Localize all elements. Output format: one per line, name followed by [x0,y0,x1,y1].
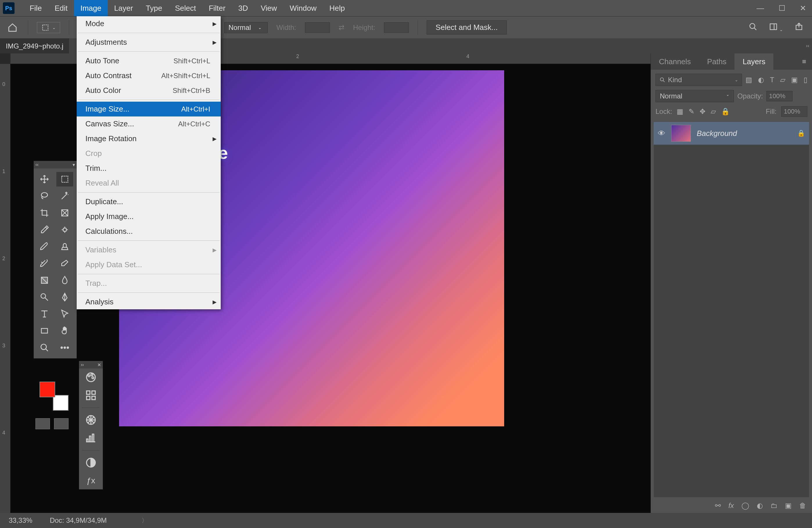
quickmask-button[interactable] [35,418,50,429]
path-select-tool[interactable] [56,307,73,321]
tab-overflow-icon[interactable]: ›› [806,43,809,48]
menu-window[interactable]: Window [284,0,323,16]
lock-paint-icon[interactable]: ✎ [688,107,694,116]
dodge-tool[interactable] [36,290,53,304]
blend-mode-select[interactable]: Normal⌄ [655,90,734,102]
menu-select[interactable]: Select [169,0,202,16]
group-icon[interactable]: 🗀 [770,502,778,510]
menu-item-duplicate[interactable]: Duplicate... [77,194,221,209]
healing-brush-tool[interactable] [56,222,73,237]
color-swatches[interactable] [40,382,69,411]
menu-item-image-rotation[interactable]: Image Rotation▶ [77,131,221,146]
history-brush-tool[interactable] [36,256,53,271]
menu-item-calculations[interactable]: Calculations... [77,224,221,239]
gradient-tool[interactable] [36,273,53,288]
marquee-tool[interactable] [56,172,73,187]
rectangle-tool[interactable] [36,324,53,338]
menu-item-auto-contrast[interactable]: Auto ContrastAlt+Shift+Ctrl+L [77,68,221,83]
adjustments-panel-icon[interactable] [85,457,97,468]
layer-thumbnail[interactable] [671,125,691,142]
width-input[interactable] [305,23,330,33]
navigator-panel-icon[interactable] [85,414,97,426]
ruler-vertical[interactable]: 0 1 2 3 4 [0,64,11,513]
workspace-picker[interactable]: ⌄ [769,23,783,33]
mini-panel-collapse[interactable]: ››✕ [79,361,103,369]
layer-row[interactable]: 👁 Background 🔒 [654,122,809,145]
pen-tool[interactable] [56,290,73,304]
eraser-tool[interactable] [56,256,73,271]
panel-menu-icon[interactable]: ≡ [796,54,812,70]
lock-all-icon[interactable]: 🔒 [721,107,730,116]
visibility-toggle-icon[interactable]: 👁 [658,129,665,138]
foreground-color-swatch[interactable] [40,382,55,397]
histogram-panel-icon[interactable] [85,432,97,444]
hand-tool[interactable] [56,324,73,338]
doc-size[interactable]: Doc: 34,9M/34,9M [50,516,106,525]
swap-dims-icon[interactable]: ⇄ [339,24,345,32]
zoom-level[interactable]: 33,33% [9,516,32,525]
layer-kind-filter[interactable]: Kind ⌄ [655,74,742,86]
tab-layers[interactable]: Layers [735,54,773,70]
filter-toggle-icon[interactable]: ▯ [803,76,807,84]
new-layer-icon[interactable]: ▣ [785,502,792,510]
lock-artboard-icon[interactable]: ▱ [711,107,716,116]
frame-tool[interactable] [56,206,73,220]
blur-tool[interactable] [56,273,73,288]
minimize-button[interactable]: — [756,4,764,13]
menu-file[interactable]: File [23,0,48,16]
menu-item-adjustments[interactable]: Adjustments▶ [77,35,221,50]
brush-tool[interactable] [36,239,53,254]
layer-name[interactable]: Background [697,129,792,138]
filter-smart-icon[interactable]: ▣ [791,76,798,84]
layer-mask-icon[interactable]: ◯ [741,502,749,510]
menu-filter[interactable]: Filter [202,0,232,16]
menu-item-canvas-size[interactable]: Canvas Size...Alt+Ctrl+C [77,116,221,131]
menu-item-trim[interactable]: Trim... [77,161,221,176]
menu-layer[interactable]: Layer [108,0,140,16]
layer-lock-icon[interactable]: 🔒 [797,130,805,137]
select-and-mask-button[interactable]: Select and Mask... [426,20,507,34]
menu-view[interactable]: View [255,0,284,16]
link-layers-icon[interactable]: ⚯ [715,502,721,510]
toolbox-collapse[interactable]: ‹‹▾ [34,161,77,168]
clone-stamp-tool[interactable] [56,239,73,254]
filter-type-icon[interactable]: T [770,76,774,84]
screenmode-button[interactable] [54,418,69,429]
eyedropper-tool[interactable] [36,222,53,237]
background-color-swatch[interactable] [53,395,69,411]
crop-tool[interactable] [36,206,53,220]
lock-transparency-icon[interactable]: ▦ [677,107,683,116]
maximize-button[interactable]: ☐ [779,4,785,13]
tab-channels[interactable]: Channels [651,54,699,70]
style-select[interactable]: Normal⌄ [224,22,268,33]
fill-input[interactable]: 100% [781,106,807,117]
search-icon[interactable] [749,23,757,33]
type-tool[interactable] [36,307,53,321]
filter-adjust-icon[interactable]: ◐ [758,76,764,84]
lock-position-icon[interactable]: ✥ [700,107,706,116]
menu-item-apply-image[interactable]: Apply Image... [77,209,221,224]
menu-help[interactable]: Help [323,0,351,16]
tab-paths[interactable]: Paths [699,54,735,70]
swatches-panel-icon[interactable] [85,390,97,401]
menu-item-image-size[interactable]: Image Size...Alt+Ctrl+I [77,102,221,116]
close-button[interactable]: ✕ [800,4,806,13]
menu-type[interactable]: Type [140,0,169,16]
delete-layer-icon[interactable]: 🗑 [799,502,806,510]
menu-item-auto-tone[interactable]: Auto ToneShift+Ctrl+L [77,54,221,68]
zoom-tool[interactable] [36,340,53,355]
opacity-input[interactable]: 100% [766,91,793,101]
status-expand-icon[interactable]: 〉 [142,517,147,525]
share-icon[interactable] [795,23,803,33]
adjustment-layer-icon[interactable]: ◐ [757,502,763,510]
menu-edit[interactable]: Edit [48,0,74,16]
styles-panel-icon[interactable]: ƒx [85,475,97,486]
filter-pixel-icon[interactable]: ▧ [745,76,752,84]
move-tool[interactable] [36,172,53,187]
app-logo[interactable]: Ps [3,2,15,14]
home-button[interactable] [6,21,19,34]
tool-preset-picker[interactable]: ⌄ [37,22,60,33]
height-input[interactable] [384,23,409,33]
magic-wand-tool[interactable] [56,189,73,203]
lasso-tool[interactable] [36,189,53,203]
